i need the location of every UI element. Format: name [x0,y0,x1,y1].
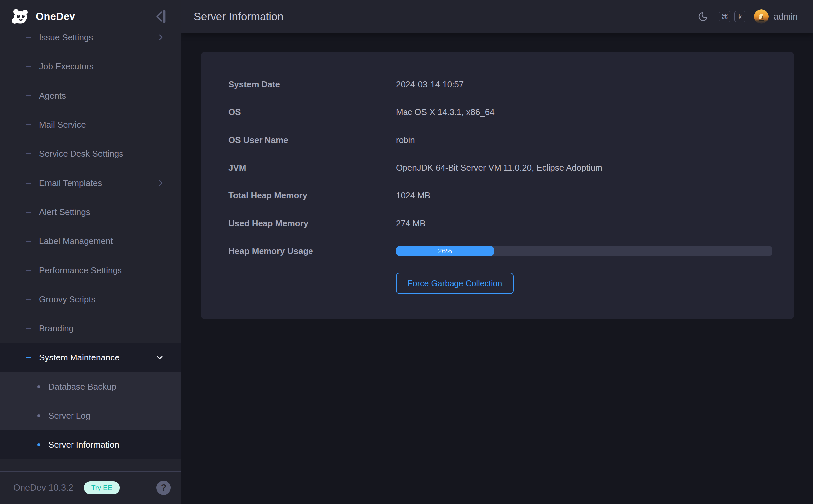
keyboard-shortcut-k[interactable]: k [734,11,746,22]
sidebar-item-alert-settings[interactable]: Alert Settings [0,197,181,227]
info-label: System Date [229,79,396,90]
sidebar-item-label: Server Log [48,411,90,421]
version-text: OneDev 10.3.2 [13,483,73,493]
sidebar-item-mail-service[interactable]: Mail Service [0,110,181,139]
info-row: OS Mac OS X 14.3.1, x86_64 [229,98,772,126]
dash-icon [26,124,31,125]
moon-icon [698,11,708,22]
info-label: Total Heap Memory [229,190,396,201]
sidebar-item-server-log[interactable]: Server Log [0,401,181,430]
sidebar-item-database-backup[interactable]: Database Backup [0,372,181,401]
sidebar-footer: OneDev 10.3.2 Try EE ? [0,471,181,504]
bullet-icon [37,414,40,417]
dash-icon [26,66,31,67]
heap-usage-fill: 26% [396,246,494,256]
heap-usage-track: 26% [396,246,772,256]
dash-icon [26,212,31,213]
sidebar-item-label: Agents [39,91,66,101]
bullet-icon [37,443,40,446]
sidebar: Issue Settings Job Executors Agent [0,0,181,504]
force-gc-button[interactable]: Force Garbage Collection [396,273,514,294]
sidebar-item-label-management[interactable]: Label Management [0,227,181,256]
sidebar-item-groovy-scripts[interactable]: Groovy Scripts [0,285,181,314]
sidebar-item-label: Branding [39,323,73,334]
info-label: OS [229,107,396,117]
heap-usage-bar: 26% [396,246,772,256]
sidebar-item-label: Label Management [39,236,113,246]
gc-button-row: Force Garbage Collection [229,273,772,294]
heap-usage-percent: 26% [438,247,452,255]
sidebar-item-label: System Maintenance [39,353,119,363]
server-info-rows: System Date 2024-03-14 10:57 OS Mac OS X… [229,70,772,237]
sidebar-item-label: Performance Settings [39,265,122,275]
dash-icon [26,153,31,154]
sidebar-item-label: Mail Service [39,120,86,130]
sidebar-item-server-information[interactable]: Server Information [0,430,181,459]
info-value: 274 MB [396,218,426,229]
info-value: Mac OS X 14.3.1, x86_64 [396,107,494,117]
sidebar-item-system-maintenance[interactable]: System Maintenance [0,343,181,372]
sidebar-item-label: Database Backup [48,382,116,392]
info-row: Used Heap Memory 274 MB [229,209,772,237]
chevron-right-icon [157,179,164,187]
heap-usage-row: Heap Memory Usage 26% [229,237,772,265]
bullet-icon [37,385,40,388]
sidebar-item-performance-settings[interactable]: Performance Settings [0,256,181,285]
sidebar-item-label: Job Executors [39,62,94,72]
dark-mode-toggle[interactable] [698,11,708,22]
chevron-left-bar-icon [154,9,167,24]
topbar: Server Information ⌘ k [181,0,813,33]
dash-icon [26,241,31,242]
dash-icon [26,299,31,300]
sidebar-item-label: Service Desk Settings [39,149,123,159]
chevron-right-icon [157,34,164,41]
onedev-logo-icon [11,7,30,26]
keyboard-shortcut-cmd[interactable]: ⌘ [719,11,730,22]
dash-icon [26,37,31,38]
sidebar-item-branding[interactable]: Branding [0,314,181,343]
topbar-actions: ⌘ k admin [698,9,798,24]
server-info-card: System Date 2024-03-14 10:57 OS Mac OS X… [200,52,794,319]
sidebar-item-label: Server Information [48,440,119,450]
sidebar-item-label: Alert Settings [39,207,90,217]
chevron-down-icon [155,353,164,362]
page-title: Server Information [193,10,283,23]
info-row: OS User Name robin [229,126,772,154]
sidebar-item-service-desk-settings[interactable]: Service Desk Settings [0,139,181,168]
main-content: System Date 2024-03-14 10:57 OS Mac OS X… [181,33,813,504]
dash-icon [26,183,31,184]
try-ee-badge[interactable]: Try EE [84,481,119,494]
info-value: 2024-03-14 10:57 [396,79,464,90]
info-value: robin [396,135,415,145]
sidebar-item-agents[interactable]: Agents [0,81,181,110]
system-maintenance-submenu: Database Backup Server Log Server [0,372,181,459]
sidebar-item-email-templates[interactable]: Email Templates [0,168,181,197]
info-row: JVM OpenJDK 64-Bit Server VM 11.0.20, Ec… [229,154,772,182]
info-value: 1024 MB [396,190,430,201]
avatar[interactable] [754,9,769,24]
dash-icon [26,328,31,329]
brand-name[interactable]: OneDev [36,11,75,22]
info-label: JVM [229,163,396,173]
sidebar-item-label: Issue Settings [39,32,93,43]
sidebar-item-label: Email Templates [39,178,102,188]
help-button[interactable]: ? [156,481,171,495]
dash-icon [26,95,31,96]
username[interactable]: admin [773,12,798,22]
sidebar-item-label: Groovy Scripts [39,294,96,305]
info-value: OpenJDK 64-Bit Server VM 11.0.20, Eclips… [396,163,602,173]
info-row: System Date 2024-03-14 10:57 [229,70,772,98]
dash-icon [26,357,31,358]
sidebar-header: OneDev [0,0,181,33]
sidebar-item-job-executors[interactable]: Job Executors [0,52,181,81]
dash-icon [26,270,31,271]
info-row: Total Heap Memory 1024 MB [229,182,772,209]
sidebar-menu: Issue Settings Job Executors Agent [0,23,181,488]
info-label: OS User Name [229,135,396,145]
collapse-sidebar-button[interactable] [153,9,168,24]
question-icon: ? [160,483,166,493]
info-label: Heap Memory Usage [229,246,396,256]
info-label: Used Heap Memory [229,218,396,229]
